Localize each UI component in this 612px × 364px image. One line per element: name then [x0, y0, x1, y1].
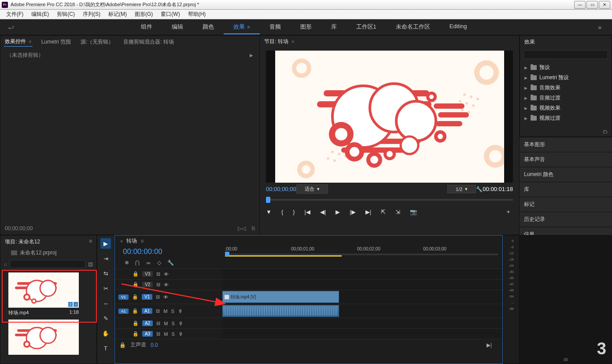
lift-icon[interactable]: ⇱ [381, 209, 386, 215]
lock-icon[interactable]: 🔒 [132, 308, 138, 314]
go-to-out-icon[interactable]: ▶| [365, 209, 371, 215]
fit-dropdown[interactable]: 适合▾ [296, 184, 328, 194]
workspace-overflow[interactable]: » [591, 24, 608, 31]
button-editor-icon[interactable]: ＋ [505, 208, 511, 216]
track-select-tool-icon[interactable]: ⇥ [100, 253, 111, 264]
lock-icon[interactable]: 🔒 [133, 271, 139, 277]
effects-folder-audio-fx[interactable]: ▶音频效果 [522, 83, 610, 93]
mark-in-icon[interactable]: { [281, 209, 283, 215]
type-tool-icon[interactable]: T [100, 343, 111, 353]
effects-folder-presets[interactable]: ▶预设 [522, 63, 610, 73]
magnet-icon[interactable]: ⋂ [135, 260, 140, 266]
export-frame-icon[interactable]: ⎘ [252, 225, 255, 232]
eye-icon[interactable]: 👁 [164, 272, 169, 277]
slip-tool-icon[interactable]: ↔ [100, 298, 111, 309]
playhead[interactable] [225, 252, 229, 256]
settings-icon[interactable]: 🔧 [476, 186, 483, 192]
timeline-ruler[interactable]: ;00;00 00;00;01;00 00;00;02;00 00;00;03;… [225, 246, 498, 261]
workspace-tab-editing-cn[interactable]: 编辑 [162, 20, 193, 34]
video-clip-block[interactable]: 转场.mp4 [V] [222, 291, 339, 303]
export-frame-icon[interactable]: 📷 [410, 209, 417, 215]
selection-tool-icon[interactable]: ▶ [100, 238, 111, 249]
panel-essential-sound[interactable]: 基本声音 [520, 152, 612, 167]
panel-history[interactable]: 历史记录 [520, 212, 612, 227]
effects-folder-video-fx[interactable]: ▶视频效果 [522, 103, 610, 113]
play-icon[interactable]: ▶ [335, 209, 340, 215]
sync-lock-icon[interactable]: ⊟ [156, 331, 160, 337]
panel-markers[interactable]: 标记 [520, 197, 612, 212]
resolution-dropdown[interactable]: 1/2▾ [447, 185, 476, 193]
sync-lock-icon[interactable]: ⊟ [156, 308, 160, 314]
minimize-button[interactable]: — [574, 1, 586, 9]
skip-to-end-icon[interactable]: ▶| [487, 342, 492, 348]
loop-icon[interactable]: ▷◁ [238, 225, 246, 232]
panel-essential-graphics[interactable]: 基本图形 [520, 137, 612, 152]
home-icon[interactable]: ⮐ [5, 24, 17, 31]
effects-folder-lumetri[interactable]: ▶Lumetri 预设 [522, 73, 610, 83]
mic-icon[interactable]: 🎙 [178, 309, 183, 314]
lock-icon[interactable]: 🔒 [132, 294, 138, 300]
disclosure-icon[interactable]: ▶ [250, 53, 253, 58]
step-back-icon[interactable]: ◀| [320, 209, 326, 215]
close-button[interactable]: ✕ [599, 1, 610, 9]
sync-lock-icon[interactable]: ⊟ [156, 294, 160, 300]
extract-icon[interactable]: ⇲ [395, 209, 400, 215]
panel-menu-icon[interactable]: ≡ [89, 238, 92, 246]
lock-icon[interactable]: 🔒 [133, 331, 139, 337]
effects-search-input[interactable] [524, 50, 608, 59]
program-tc-current[interactable]: 00;00;00;00 [266, 186, 296, 192]
new-bin-icon[interactable]: 🗀 [603, 129, 608, 135]
solo-icon[interactable]: S [171, 309, 174, 314]
go-to-in-icon[interactable]: |◀ [305, 209, 310, 215]
sync-lock-icon[interactable]: ⊟ [156, 271, 160, 277]
effects-folder-video-trans[interactable]: ▶视频过渡 [522, 113, 610, 123]
project-search-input[interactable] [10, 260, 85, 268]
hand-tool-icon[interactable]: ✋ [100, 328, 111, 338]
ripple-edit-tool-icon[interactable]: ⇆ [100, 268, 111, 279]
settings-wrench-icon[interactable]: 🔧 [167, 260, 174, 266]
audio-clip-block[interactable] [222, 305, 339, 317]
tab-source-none[interactable]: 源:（无剪辑） [80, 37, 114, 47]
close-sequence-icon[interactable]: × [120, 239, 123, 244]
program-viewer[interactable] [266, 51, 513, 183]
tab-effect-controls[interactable]: 效果控件 ≡ [4, 36, 33, 47]
panel-lumetri-color[interactable]: Lumetri 颜色 [520, 167, 612, 182]
linked-selection-icon[interactable]: ⫘ [146, 260, 151, 266]
panel-menu-icon[interactable]: ≡ [292, 39, 295, 44]
eye-icon[interactable]: 👁 [163, 294, 168, 300]
menu-help[interactable]: 帮助(H) [184, 10, 210, 19]
program-scrubber[interactable] [266, 195, 513, 205]
pen-tool-icon[interactable]: ✎ [100, 313, 111, 324]
tab-lumetri-scopes[interactable]: Lumetri 范围 [41, 37, 72, 47]
workspace-tab-color[interactable]: 颜色 [193, 20, 224, 34]
razor-tool-icon[interactable]: ✂ [100, 283, 111, 294]
workspace-tab-editing[interactable]: Editing [440, 20, 477, 34]
sequence-name[interactable]: 转场 [126, 237, 137, 245]
workspace-tab-audio[interactable]: 音频 [260, 20, 291, 34]
lock-icon[interactable]: 🔒 [119, 342, 126, 348]
menu-graphics[interactable]: 图形(G) [131, 10, 156, 19]
step-forward-icon[interactable]: |▶ [350, 209, 355, 215]
workspace-tab-effects[interactable]: 效果≡ [224, 20, 260, 34]
markers-icon[interactable]: ◇ [157, 260, 161, 266]
workspace-tab-unnamed[interactable]: 未命名工作区 [386, 20, 440, 34]
panel-menu-icon[interactable]: ≡ [140, 238, 144, 244]
clip-card-2[interactable] [4, 320, 83, 355]
list-view-icon[interactable]: ▤ [88, 261, 93, 267]
menu-clip[interactable]: 剪辑(C) [53, 10, 78, 19]
add-marker-icon[interactable]: ▼ [266, 209, 272, 215]
sync-lock-icon[interactable]: ⊟ [156, 320, 160, 326]
mute-icon[interactable]: M [163, 309, 167, 314]
lock-icon[interactable]: 🔒 [133, 320, 139, 326]
tab-audio-mixer[interactable]: 音频剪辑混合器: 转场 [122, 37, 175, 47]
lock-icon[interactable]: 🔒 [133, 282, 139, 287]
menu-window[interactable]: 窗口(W) [157, 10, 183, 19]
maximize-button[interactable]: ▭ [586, 1, 598, 9]
clip-card-selected[interactable]: ▯♪ 转场.mp41:18 [4, 272, 83, 318]
workspace-tab-libraries[interactable]: 库 [321, 20, 347, 34]
menu-file[interactable]: 文件(F) [3, 10, 27, 19]
workspace-tab-graphics[interactable]: 图形 [291, 20, 321, 34]
sync-lock-icon[interactable]: ⊟ [156, 282, 160, 287]
timeline-timecode[interactable]: 00:00:00:00 [119, 246, 177, 259]
master-value[interactable]: 0.0 [151, 342, 158, 348]
